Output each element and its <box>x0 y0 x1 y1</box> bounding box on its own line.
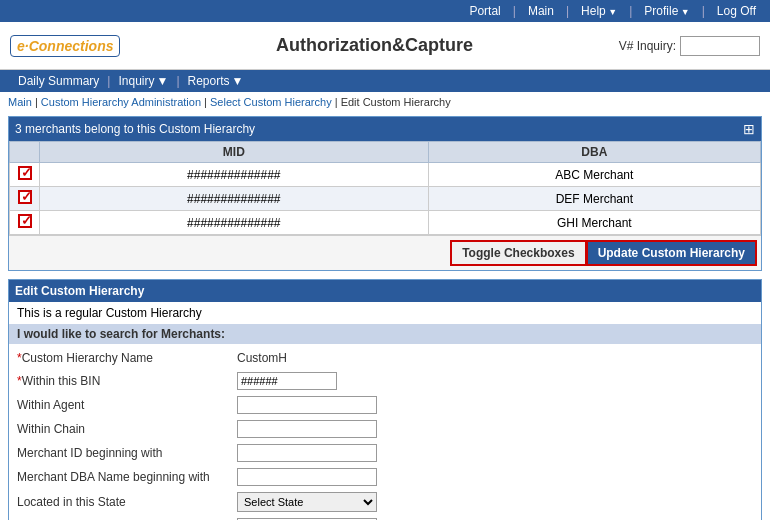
logo: e·Connections <box>10 35 120 57</box>
table-row: ############## GHI Merchant <box>10 211 761 235</box>
merchant-button-row: Toggle Checkboxes Update Custom Hierarch… <box>9 235 761 270</box>
page-title: Authorization&Capture <box>130 35 618 56</box>
profile-link[interactable]: Profile <box>638 4 695 18</box>
within-bin-label: *Within this BIN <box>17 371 237 391</box>
sep2: | <box>560 4 575 18</box>
row3-dba: GHI Merchant <box>428 211 760 235</box>
logout-link[interactable]: Log Off <box>711 4 762 18</box>
secondary-navigation: Daily Summary | Inquiry ▼ | Reports ▼ <box>0 70 770 92</box>
row1-checkbox-cell <box>10 163 40 187</box>
merchant-id-input[interactable] <box>237 444 377 462</box>
row3-mid: ############## <box>40 211 429 235</box>
located-state-label: Located in this State <box>17 492 237 512</box>
inquiry-label: V# Inquiry: <box>619 39 676 53</box>
breadcrumb-custom-hierarchy-admin[interactable]: Custom Hierarchy Administration <box>41 96 201 108</box>
custom-hierarchy-name-label: *Custom Hierarchy Name <box>17 348 237 368</box>
row2-mid: ############## <box>40 187 429 211</box>
within-bin-value <box>237 370 753 392</box>
within-agent-label: Within Agent <box>17 395 237 415</box>
logo-text: ·Connections <box>25 38 114 54</box>
col-mid: MID <box>40 142 429 163</box>
sep3: | <box>623 4 638 18</box>
row2-checkbox[interactable] <box>18 190 32 204</box>
merchant-section-header: 3 merchants belong to this Custom Hierar… <box>9 117 761 141</box>
row1-checkbox[interactable] <box>18 166 32 180</box>
custom-hierarchy-name-value: CustomH <box>237 348 753 368</box>
table-row: ############## DEF Merchant <box>10 187 761 211</box>
sep4: | <box>696 4 711 18</box>
logo-prefix: e <box>17 38 25 54</box>
within-chain-label: Within Chain <box>17 419 237 439</box>
breadcrumb-select-custom-hierarchy[interactable]: Select Custom Hierarchy <box>210 96 332 108</box>
col-dba: DBA <box>428 142 760 163</box>
merchant-table: MID DBA ############## ABC Merchant #### <box>9 141 761 235</box>
table-row: ############## ABC Merchant <box>10 163 761 187</box>
reports-chevron-icon: ▼ <box>232 74 244 88</box>
row1-mid: ############## <box>40 163 429 187</box>
merchant-dba-input[interactable] <box>237 468 377 486</box>
breadcrumb: Main | Custom Hierarchy Administration |… <box>0 92 770 112</box>
row3-checkbox[interactable] <box>18 214 32 228</box>
row2-dba: DEF Merchant <box>428 187 760 211</box>
top-navigation: Portal | Main | Help | Profile | Log Off <box>0 0 770 22</box>
custom-hierarchy-name-display: CustomH <box>237 351 287 365</box>
state-select[interactable]: Select State <box>237 492 377 512</box>
inquiry-input[interactable] <box>680 36 760 56</box>
inquiry-link[interactable]: Inquiry ▼ <box>110 74 176 88</box>
breadcrumb-main[interactable]: Main <box>8 96 32 108</box>
within-agent-input[interactable] <box>237 396 377 414</box>
row3-checkbox-cell <box>10 211 40 235</box>
edit-section-header: Edit Custom Hierarchy <box>9 280 761 302</box>
breadcrumb-edit-custom-hierarchy: Edit Custom Hierarchy <box>341 96 451 108</box>
row2-checkbox-cell <box>10 187 40 211</box>
update-custom-hierarchy-button[interactable]: Update Custom Hierarchy <box>586 240 757 266</box>
within-chain-input[interactable] <box>237 420 377 438</box>
toggle-checkboxes-button[interactable]: Toggle Checkboxes <box>450 240 585 266</box>
within-bin-input[interactable] <box>237 372 337 390</box>
col-checkbox <box>10 142 40 163</box>
merchant-count-label: 3 merchants belong to this Custom Hierar… <box>15 122 255 136</box>
help-link[interactable]: Help <box>575 4 623 18</box>
page-header: e·Connections Authorization&Capture V# I… <box>0 22 770 70</box>
sep1: | <box>507 4 522 18</box>
search-label-row: I would like to search for Merchants: <box>9 324 761 344</box>
row1-dba: ABC Merchant <box>428 163 760 187</box>
inquiry-chevron-icon: ▼ <box>157 74 169 88</box>
portal-link[interactable]: Portal <box>463 4 506 18</box>
daily-summary-link[interactable]: Daily Summary <box>10 74 107 88</box>
edit-section-subtext: This is a regular Custom Hierarchy <box>9 302 761 324</box>
edit-section: Edit Custom Hierarchy This is a regular … <box>8 279 762 520</box>
merchant-dba-label: Merchant DBA Name beginning with <box>17 467 237 487</box>
grid-icon[interactable]: ⊞ <box>743 121 755 137</box>
main-link[interactable]: Main <box>522 4 560 18</box>
merchant-id-label: Merchant ID beginning with <box>17 443 237 463</box>
main-content: 3 merchants belong to this Custom Hierar… <box>0 112 770 520</box>
reports-link[interactable]: Reports ▼ <box>180 74 252 88</box>
merchant-section: 3 merchants belong to this Custom Hierar… <box>8 116 762 271</box>
edit-form: *Custom Hierarchy Name CustomH *Within t… <box>9 344 761 520</box>
